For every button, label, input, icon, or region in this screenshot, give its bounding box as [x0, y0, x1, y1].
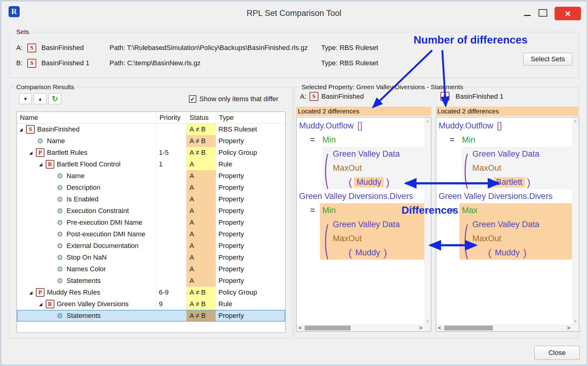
scroll-right-icon[interactable]: >: [567, 325, 570, 331]
row-label: Post-execution DMI Name: [67, 230, 145, 238]
scrollbar-thumb[interactable]: [305, 326, 351, 330]
scroll-down-icon[interactable]: ∨: [572, 318, 579, 323]
expand-triangle-icon[interactable]: ◢: [39, 162, 46, 167]
row-label: Stop On NaN: [67, 254, 107, 261]
s-badge-icon: S: [26, 125, 35, 134]
type-cell: Rule: [216, 158, 285, 170]
type-cell: Property: [216, 275, 285, 287]
gear-icon: ⚙: [56, 172, 64, 180]
refresh-button[interactable]: ↻: [48, 93, 61, 104]
window-title: RPL Set Comparison Tool: [1, 9, 587, 18]
minimize-button[interactable]: [520, 7, 534, 19]
open-paren: (: [488, 176, 491, 188]
table-row[interactable]: ◢ ⚙ Statements A ≠ B Property: [17, 310, 285, 322]
open-paren: (: [348, 176, 352, 188]
vertical-scrollbar[interactable]: ∧ ∨: [572, 117, 579, 325]
ruleset-s-icon: S: [27, 44, 36, 52]
inner-token: Muddy: [494, 248, 521, 258]
table-row[interactable]: ◢ ⚙ Names Color A Property: [17, 263, 285, 275]
next-difference-button[interactable]: ▼: [19, 93, 32, 104]
close-button[interactable]: Close: [534, 346, 580, 360]
expand-triangle-icon[interactable]: ◢: [19, 127, 26, 132]
scroll-right-icon[interactable]: >: [419, 325, 422, 331]
app-window: R RPL Set Comparison Tool × Sets A: S Ba…: [1, 1, 587, 365]
close-window-button[interactable]: ×: [555, 7, 581, 20]
argument-function: MaxOut: [472, 234, 502, 243]
column-header-type[interactable]: Type: [216, 112, 285, 123]
column-header-priority[interactable]: Priority: [156, 112, 186, 123]
status-badge: A: [186, 170, 216, 182]
table-row[interactable]: ◢ S BasinFinished A ≠ B RBS Ruleset: [17, 124, 285, 135]
index-brackets: []: [497, 121, 502, 131]
status-badge: A ≠ B: [186, 310, 216, 322]
table-row[interactable]: ◢ ⚙ Execution Constraint A Property: [17, 205, 285, 217]
gear-icon: ⚙: [56, 207, 64, 215]
expand-triangle-icon[interactable]: ◢: [39, 302, 46, 307]
inner-token: Muddy: [354, 248, 381, 258]
priority-cell: [156, 217, 186, 228]
column-header-status[interactable]: Status: [186, 112, 216, 123]
table-row[interactable]: ◢ ⚙ Statements A Property: [17, 275, 285, 287]
type-cell: Property: [216, 217, 285, 228]
table-row[interactable]: ◢ P Bartlett Rules 1-5 A ≠ B Policy Grou…: [17, 147, 285, 158]
type-cell: Policy Group: [216, 147, 285, 158]
diff-count-banner-b: Located 2 differences: [436, 107, 578, 116]
up-triangle-icon: ▲: [38, 96, 43, 101]
status-badge: A: [186, 193, 216, 205]
previous-difference-button[interactable]: ▲: [34, 93, 47, 104]
table-row[interactable]: ◢ ⚙ Name A Property: [17, 170, 285, 182]
type-cell: RBS Ruleset: [216, 124, 285, 135]
table-row[interactable]: ◢ ⚙ Name A ≠ B Property: [17, 135, 285, 147]
table-row[interactable]: ◢ ⚙ External Documentation A Property: [17, 240, 285, 252]
table-row[interactable]: ◢ R Green Valley Diversions 9 A ≠ B Rule: [17, 298, 285, 310]
panel-a-name: BasinFinished: [321, 93, 364, 101]
expand-triangle-icon[interactable]: ◢: [29, 150, 36, 155]
horizontal-scrollbar[interactable]: < >: [436, 325, 572, 331]
set-b-type: Type: RBS Ruleset: [321, 59, 517, 67]
equals-sign: =: [310, 133, 318, 147]
p-badge-icon: P: [36, 288, 44, 297]
vertical-scrollbar[interactable]: ∧ ∨: [424, 117, 431, 325]
equals-sign: =: [450, 133, 458, 147]
row-label: Muddy Res Rules: [47, 288, 100, 296]
ruleset-s-icon: S: [309, 92, 318, 101]
table-row[interactable]: ◢ ⚙ Is Enabled A Property: [17, 193, 285, 205]
filter-checkbox[interactable]: ✓: [189, 95, 196, 103]
scroll-left-icon[interactable]: <: [298, 325, 302, 331]
table-row[interactable]: ◢ ⚙ Stop On NaN A Property: [17, 252, 285, 263]
table-row[interactable]: ◢ ⚙ Post-execution DMI Name A Property: [17, 228, 285, 240]
scroll-up-icon[interactable]: ∧: [424, 119, 431, 124]
table-row[interactable]: ◢ ⚙ Description A Property: [17, 182, 285, 193]
gear-icon: ⚙: [56, 265, 64, 273]
maximize-button[interactable]: [539, 9, 547, 17]
minimize-icon: [524, 15, 531, 16]
status-badge: A: [186, 240, 216, 252]
differences-annotation: Differences: [402, 204, 475, 216]
comparison-table: Name Priority Status Type ◢ S BasinFinis…: [17, 112, 286, 333]
close-paren: ): [386, 176, 389, 188]
priority-cell: [156, 263, 186, 275]
priority-cell: [156, 135, 186, 147]
column-header-name[interactable]: Name: [17, 112, 156, 123]
status-badge: A ≠ B: [186, 147, 216, 158]
expand-triangle-icon[interactable]: ◢: [29, 290, 36, 295]
horizontal-scrollbar[interactable]: < >: [297, 325, 424, 331]
code-content: Muddy.Outflow [] = Min ( Green Valley Da…: [436, 117, 579, 260]
p-badge-icon: P: [36, 148, 44, 157]
type-cell: Property: [216, 205, 285, 217]
rpl-expression: Muddy.Outflow [] = Min ( Green Valley Da…: [299, 119, 431, 189]
scrollbar-thumb[interactable]: [444, 326, 493, 330]
table-row[interactable]: ◢ P Muddy Res Rules 6-9 A ≠ B Policy Gro…: [17, 287, 285, 298]
type-cell: Property: [216, 240, 285, 252]
argument-function: MaxOut: [333, 163, 362, 173]
sets-legend: Sets: [14, 28, 32, 36]
scroll-left-icon[interactable]: <: [438, 325, 441, 331]
priority-cell: [156, 170, 186, 182]
table-row[interactable]: ◢ R Bartlett Flood Control 1 A Rule: [17, 158, 285, 170]
select-sets-button[interactable]: Select Sets: [523, 53, 572, 66]
status-badge: A ≠ B: [186, 287, 216, 298]
row-label: External Documentation: [67, 242, 139, 250]
table-row[interactable]: ◢ ⚙ Pre-execution DMI Name A Property: [17, 217, 285, 228]
scroll-up-icon[interactable]: ∧: [572, 119, 579, 124]
scroll-down-icon[interactable]: ∨: [424, 318, 431, 323]
